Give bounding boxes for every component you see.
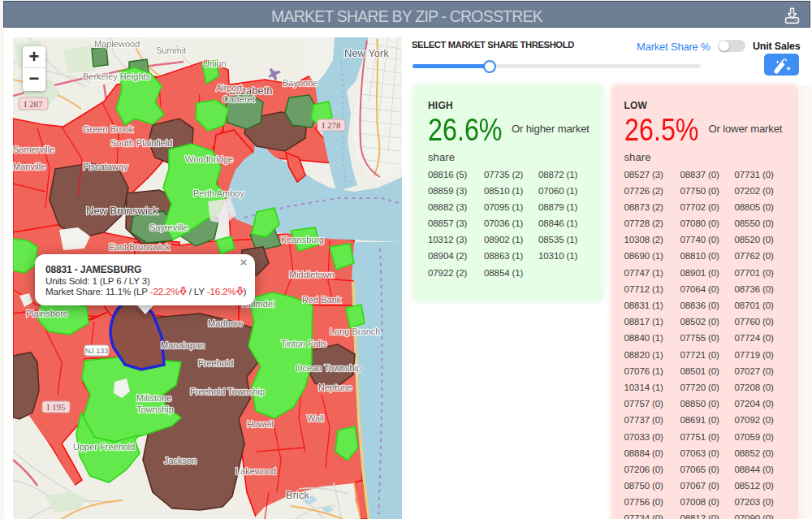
svg-text:Middletown: Middletown: [289, 270, 335, 279]
svg-text:Union: Union: [203, 58, 227, 68]
svg-text:Freehold: Freehold: [198, 358, 233, 368]
svg-text:Green Brook: Green Brook: [83, 124, 134, 134]
svg-text:NJ 133: NJ 133: [85, 347, 109, 355]
svg-text:Upper Freehold: Upper Freehold: [73, 442, 135, 452]
svg-text:Red Bank: Red Bank: [302, 295, 342, 305]
svg-text:Summit: Summit: [156, 45, 186, 55]
svg-text:Piscataway: Piscataway: [83, 162, 128, 171]
svg-text:Perth Amboy: Perth Amboy: [193, 188, 244, 198]
svg-text:Millstone: Millstone: [136, 393, 171, 403]
svg-text:Maplewood: Maplewood: [94, 39, 140, 49]
svg-text:Ocean Township: Ocean Township: [296, 363, 361, 373]
svg-text:Howell: Howell: [247, 419, 274, 429]
svg-text:Lakewood: Lakewood: [235, 466, 276, 476]
svg-text:Township: Township: [136, 404, 174, 414]
svg-text:Airport: Airport: [216, 83, 242, 93]
svg-text:I 287: I 287: [24, 99, 43, 109]
svg-text:I 278: I 278: [322, 120, 341, 130]
svg-text:Manville: Manville: [13, 162, 45, 171]
svg-text:Plainsboro: Plainsboro: [26, 309, 68, 318]
svg-text:Berkeley Heights: Berkeley Heights: [83, 71, 151, 81]
svg-text:Neptune: Neptune: [318, 383, 352, 392]
svg-text:Marlboro: Marlboro: [208, 318, 243, 328]
svg-text:Woodbridge: Woodbridge: [185, 154, 233, 164]
svg-text:New Brunswick: New Brunswick: [86, 205, 158, 217]
svg-text:I 195: I 195: [47, 402, 66, 412]
svg-text:Long Branch: Long Branch: [330, 327, 380, 336]
svg-text:Carteret: Carteret: [222, 94, 255, 104]
svg-text:South Plainfield: South Plainfield: [110, 138, 172, 148]
svg-text:Sayreville: Sayreville: [149, 223, 188, 232]
svg-text:Jackson: Jackson: [164, 456, 197, 465]
svg-text:Keansburg: Keansburg: [281, 235, 324, 244]
svg-text:Manalapan: Manalapan: [161, 340, 205, 350]
svg-text:Wall: Wall: [307, 413, 324, 423]
svg-text:East Brunswick: East Brunswick: [109, 242, 171, 252]
svg-text:Bayonne: Bayonne: [283, 78, 317, 88]
svg-text:Tinton Falls: Tinton Falls: [281, 339, 327, 348]
svg-text:Somerville: Somerville: [13, 145, 54, 154]
svg-text:Brick: Brick: [286, 489, 309, 501]
svg-text:New York: New York: [344, 47, 389, 59]
svg-text:Freehold Township: Freehold Township: [190, 387, 265, 396]
